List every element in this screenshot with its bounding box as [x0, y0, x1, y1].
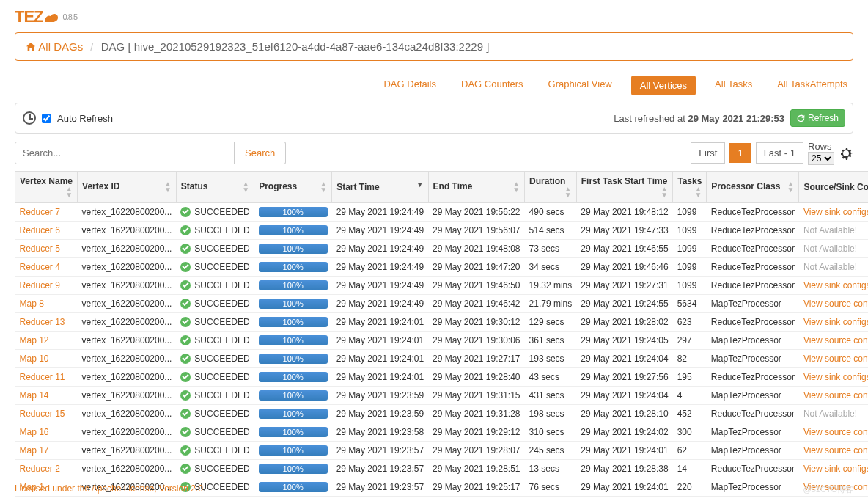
progress-bar: 100% — [259, 262, 328, 272]
duration-cell: 73 secs — [525, 240, 577, 258]
view-source-config-link[interactable]: View source config — [803, 299, 868, 309]
progress-bar: 100% — [259, 464, 328, 474]
end-time-cell: 29 May 2021 19:46:50 — [428, 277, 524, 295]
col-status[interactable]: Status▲▼ — [176, 172, 254, 203]
check-icon — [180, 409, 191, 419]
processor-class-cell: ReduceTezProcessor — [707, 368, 799, 387]
view-sink-configs-link[interactable]: View sink configs — [803, 207, 868, 217]
start-time-cell: 29 May 2021 19:23:57 — [332, 460, 428, 478]
tab-all-vertices[interactable]: All Vertices — [631, 76, 696, 95]
col-vertex-id[interactable]: Vertex ID▲▼ — [78, 172, 177, 203]
rows-select[interactable]: 25 — [808, 152, 834, 165]
view-sink-configs-link[interactable]: View sink configs — [803, 317, 868, 327]
duration-cell: 490 secs — [525, 203, 577, 222]
progress-bar: 100% — [259, 390, 328, 401]
view-source-config-link[interactable]: View source config — [803, 427, 868, 437]
vertex-name-link[interactable]: Map 8 — [20, 299, 44, 309]
col-end-time[interactable]: End Time▲▼ — [428, 172, 524, 203]
check-icon — [180, 317, 191, 327]
breadcrumb-current: DAG [ hive_20210529192323_51ef6120-a4dd-… — [101, 40, 490, 53]
start-time-cell: 29 May 2021 19:23:59 — [332, 405, 428, 423]
tab-all-tasks[interactable]: All Tasks — [709, 76, 758, 95]
end-time-cell: 29 May 2021 19:28:07 — [428, 442, 524, 460]
first-task-start-time-cell: 29 May 2021 19:46:55 — [576, 240, 672, 258]
tasks-cell: 4 — [673, 387, 707, 405]
tab-dag-counters[interactable]: DAG Counters — [455, 76, 529, 95]
footer-license[interactable]: Licensed under the Apache License, Versi… — [15, 483, 205, 494]
vertex-name-link[interactable]: Reducer 6 — [20, 225, 60, 235]
vertex-name-link[interactable]: Reducer 11 — [20, 372, 65, 382]
duration-cell: 76 secs — [525, 478, 577, 497]
end-time-cell: 29 May 2021 19:46:42 — [428, 295, 524, 313]
vertex-id-cell: vertex_16220800200... — [78, 350, 177, 368]
view-source-config-link[interactable]: View source config — [803, 335, 868, 345]
progress-bar: 100% — [259, 372, 328, 382]
vertex-name-link[interactable]: Map 17 — [20, 445, 49, 456]
col-duration[interactable]: Duration▲▼ — [525, 172, 577, 203]
rows-label: Rows — [808, 141, 834, 152]
view-source-config-link[interactable]: View source config — [803, 390, 868, 401]
processor-class-cell: MapTezProcessor — [707, 387, 799, 405]
vertex-name-link[interactable]: Map 12 — [20, 335, 49, 345]
vertex-name-link[interactable]: Reducer 15 — [20, 409, 65, 419]
vertex-name-link[interactable]: Reducer 7 — [20, 207, 60, 217]
col-start-time[interactable]: Start Time▼ — [332, 172, 428, 203]
check-icon — [180, 280, 191, 290]
tasks-cell: 297 — [673, 332, 707, 350]
view-sink-configs-link[interactable]: View sink configs — [803, 280, 868, 290]
progress-bar: 100% — [259, 317, 328, 327]
vertex-id-cell: vertex_16220800200... — [78, 277, 177, 295]
first-task-start-time-cell: 29 May 2021 19:27:56 — [576, 368, 672, 387]
search-button[interactable]: Search — [235, 142, 286, 164]
col-source-sink[interactable]: Source/Sink Confi — [799, 172, 868, 203]
pager-first[interactable]: First — [691, 142, 725, 164]
tab-graphical-view[interactable]: Graphical View — [542, 76, 618, 95]
vertex-name-link[interactable]: Reducer 9 — [20, 280, 60, 290]
table-row: Reducer 7vertex_16220800200...SUCCEEDED1… — [15, 203, 869, 222]
tab-all-task-attempts[interactable]: All TaskAttempts — [771, 76, 853, 95]
end-time-cell: 29 May 2021 19:28:51 — [428, 460, 524, 478]
auto-refresh-label: Auto Refresh — [57, 113, 113, 124]
first-task-start-time-cell: 29 May 2021 19:28:02 — [576, 313, 672, 332]
duration-cell: 361 secs — [525, 332, 577, 350]
view-sink-configs-link[interactable]: View sink configs — [803, 464, 868, 474]
vertex-name-link[interactable]: Map 16 — [20, 427, 49, 437]
status-text: SUCCEEDED — [194, 390, 249, 401]
vertex-name-link[interactable]: Reducer 4 — [20, 262, 60, 272]
vertex-name-link[interactable]: Map 10 — [20, 354, 49, 364]
end-time-cell: 29 May 2021 19:56:07 — [428, 222, 524, 240]
not-available-text: Not Available! — [803, 225, 857, 235]
pager-last[interactable]: Last - 1 — [756, 142, 803, 164]
view-source-config-link[interactable]: View source config — [803, 354, 868, 364]
col-tasks[interactable]: Tasks▲▼ — [673, 172, 707, 203]
col-first-task-start-time[interactable]: First Task Start Time▲▼ — [576, 172, 672, 203]
duration-cell: 310 secs — [525, 423, 577, 442]
last-refreshed-text: Last refreshed at 29 May 2021 21:29:53 — [614, 113, 784, 124]
search-input[interactable] — [15, 142, 235, 164]
vertex-name-link[interactable]: Reducer 2 — [20, 464, 60, 474]
breadcrumb-all-dags[interactable]: All DAGs — [38, 40, 83, 53]
check-icon — [180, 225, 191, 235]
auto-refresh-checkbox[interactable] — [42, 114, 51, 123]
start-time-cell: 29 May 2021 19:23:59 — [332, 387, 428, 405]
view-sink-configs-link[interactable]: View sink configs — [803, 372, 868, 382]
vertex-id-cell: vertex_16220800200... — [78, 203, 177, 222]
tab-dag-details[interactable]: DAG Details — [378, 76, 442, 95]
check-icon — [180, 445, 191, 456]
col-vertex-name[interactable]: Vertex Name▲▼ — [15, 172, 78, 203]
start-time-cell: 29 May 2021 19:24:49 — [332, 258, 428, 277]
vertex-name-link[interactable]: Reducer 5 — [20, 244, 60, 254]
col-processor-class[interactable]: Processor Class▲▼ — [707, 172, 799, 203]
col-progress[interactable]: Progress▲▼ — [254, 172, 332, 203]
progress-bar: 100% — [259, 445, 328, 456]
refresh-button[interactable]: Refresh — [790, 109, 845, 127]
progress-bar: 100% — [259, 207, 328, 217]
table-row: Map 14vertex_16220800200...SUCCEEDED100%… — [15, 387, 869, 405]
view-source-config-link[interactable]: View source config — [803, 445, 868, 456]
duration-cell: 13 secs — [525, 460, 577, 478]
duration-cell: 198 secs — [525, 405, 577, 423]
vertex-name-link[interactable]: Reducer 13 — [20, 317, 65, 327]
vertex-name-link[interactable]: Map 14 — [20, 390, 49, 401]
gear-icon[interactable] — [839, 146, 853, 161]
end-time-cell: 29 May 2021 19:25:17 — [428, 478, 524, 497]
